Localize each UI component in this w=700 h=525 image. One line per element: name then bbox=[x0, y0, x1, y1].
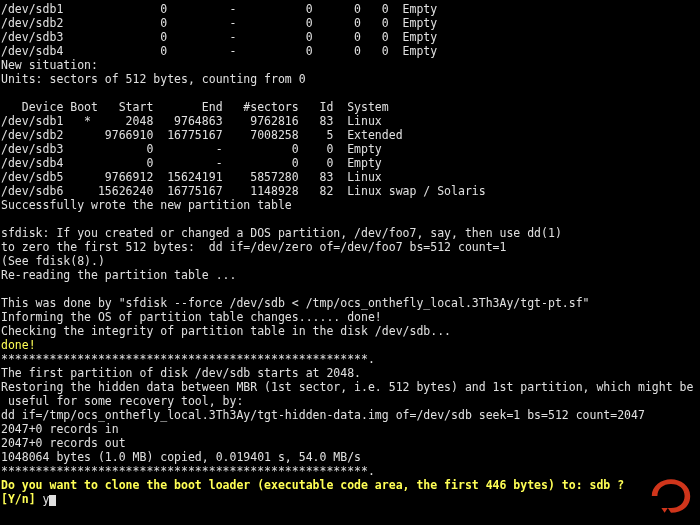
user-input[interactable]: y bbox=[43, 492, 50, 506]
terminal-output: /dev/sdb1 0 - 0 0 0 Empty /dev/sdb2 0 - … bbox=[0, 0, 700, 508]
yn-label: [Y/n] bbox=[1, 492, 43, 506]
cursor bbox=[49, 495, 56, 507]
prompt-line: Do you want to clone the boot loader (ex… bbox=[1, 478, 624, 492]
